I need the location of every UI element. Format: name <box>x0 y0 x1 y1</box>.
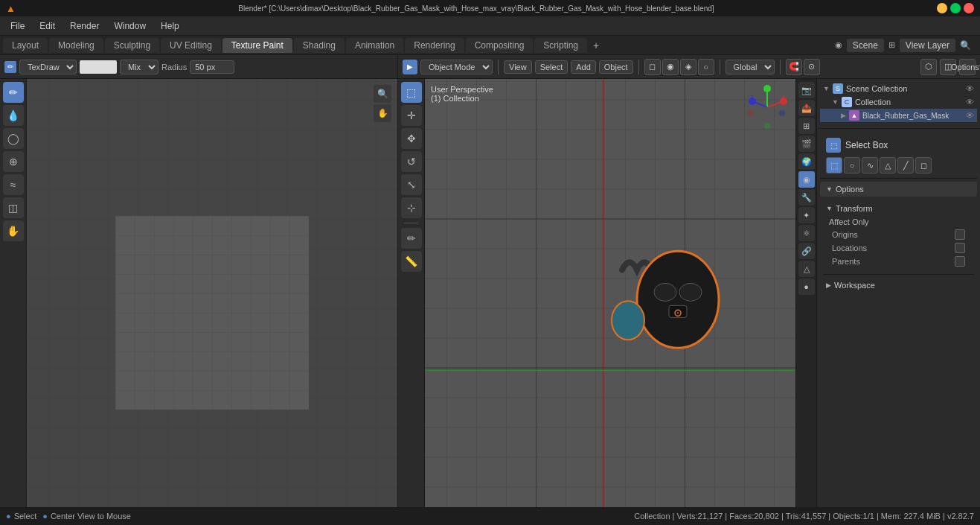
uv-pan-btn[interactable]: ✋ <box>374 104 391 122</box>
select-box-tool-btn[interactable]: ⬚ <box>401 82 422 103</box>
mask-tool-btn[interactable]: ◫ <box>3 197 24 218</box>
uv-canvas[interactable]: 🔍 ✋ <box>27 79 397 507</box>
collection-visibility[interactable]: 👁 <box>966 98 974 106</box>
search-btn[interactable]: 🔍 <box>960 40 971 51</box>
origins-checkbox[interactable] <box>955 229 965 240</box>
maximize-btn[interactable] <box>950 3 961 13</box>
render-props-icon[interactable]: 📷 <box>798 82 815 98</box>
object-props-icon[interactable]: ◉ <box>798 171 815 188</box>
scene-collection-item[interactable]: ▼ S Scene Collection 👁 <box>820 82 977 95</box>
view-layer-props-icon[interactable]: ⊞ <box>798 118 815 134</box>
close-btn[interactable] <box>964 3 974 13</box>
select-mesh-btn[interactable]: △ <box>880 157 896 174</box>
scene-collection-label: Scene Collection <box>846 84 908 93</box>
options-btn[interactable]: Options ▾ <box>959 59 976 75</box>
fill-tool-btn[interactable]: 💧 <box>3 105 24 126</box>
tab-layout[interactable]: Layout <box>3 38 48 53</box>
transform-tool-btn[interactable]: ⊹ <box>401 197 422 218</box>
output-props-icon[interactable]: 📤 <box>798 100 815 116</box>
menu-render[interactable]: Render <box>64 19 105 33</box>
particles-props-icon[interactable]: ✦ <box>798 207 815 223</box>
svg-point-20 <box>779 110 785 116</box>
locations-checkbox[interactable] <box>955 243 965 253</box>
erase-tool-btn[interactable]: ◯ <box>3 128 24 149</box>
color-preview[interactable] <box>80 60 117 74</box>
stats-text: Collection | Verts:21,127 | Faces:20,802… <box>634 512 974 521</box>
cursor-tool-btn[interactable]: ✛ <box>401 105 422 126</box>
tab-modeling[interactable]: Modeling <box>49 38 103 53</box>
object-menu-btn[interactable]: Object <box>599 60 633 74</box>
select-circle-btn[interactable]: ○ <box>844 157 860 174</box>
clone-tool-btn[interactable]: ⊕ <box>3 151 24 172</box>
grab-tool-btn[interactable]: ✋ <box>3 220 24 241</box>
scene-collection-visibility[interactable]: 👁 <box>966 84 974 93</box>
tab-animation[interactable]: Animation <box>346 38 403 53</box>
uv-nav-buttons: 🔍 ✋ <box>374 85 391 122</box>
perspective-text: User Perspective <box>431 85 493 94</box>
object-mode-selector[interactable]: Object Mode <box>420 60 493 74</box>
select-face-btn[interactable]: ◻ <box>915 157 932 174</box>
view-layer-selector[interactable]: View Layer <box>900 39 955 52</box>
section-divider-2 <box>823 274 974 275</box>
tab-texture-paint[interactable]: Texture Paint <box>222 38 292 53</box>
physics-props-icon[interactable]: ⚛ <box>798 225 815 241</box>
menu-file[interactable]: File <box>4 19 31 33</box>
overlay-btn[interactable]: ⬡ <box>920 59 937 75</box>
tab-scripting[interactable]: Scripting <box>534 38 587 53</box>
proportional-edit-btn[interactable]: ⊙ <box>804 59 820 75</box>
select-menu-btn[interactable]: Select <box>535 60 569 74</box>
uv-mode-icon: ✏ <box>4 61 16 73</box>
uv-zoom-in-btn[interactable]: 🔍 <box>374 85 391 103</box>
object-item[interactable]: ▶ ▲ Black_Rubber_Gas_Mask 👁 <box>820 109 977 122</box>
render-preview-btn[interactable]: ○ <box>698 59 714 75</box>
blend-mode-selector[interactable]: Mix <box>120 60 158 74</box>
wireframe-btn[interactable]: ◻ <box>644 59 661 75</box>
measure-tool-btn[interactable]: 📏 <box>401 251 422 272</box>
rotate-tool-btn[interactable]: ↺ <box>401 151 422 172</box>
workspace-header[interactable]: ▶ Workspace <box>823 279 974 291</box>
viewport-canvas[interactable]: User Perspective (1) Collection <box>425 79 795 507</box>
select-rect-btn[interactable]: ⬚ <box>826 157 842 174</box>
collection-arrow: ▼ <box>832 98 839 106</box>
move-tool-btn[interactable]: ✥ <box>401 128 422 149</box>
object-visibility[interactable]: 👁 <box>966 111 974 120</box>
tab-shading[interactable]: Shading <box>294 38 345 53</box>
options-header[interactable]: ▼ Options <box>820 182 977 197</box>
scene-props-icon[interactable]: 🎬 <box>798 136 815 152</box>
minimize-btn[interactable] <box>937 3 947 13</box>
view-menu-btn[interactable]: View <box>504 60 532 74</box>
draw-tool-btn[interactable]: ✏ <box>3 82 24 103</box>
radius-input[interactable] <box>190 60 234 74</box>
material-preview-btn[interactable]: ◈ <box>680 59 696 75</box>
smear-tool-btn[interactable]: ≈ <box>3 174 24 195</box>
brush-selector[interactable]: TexDraw <box>19 60 77 74</box>
constraints-props-icon[interactable]: 🔗 <box>798 243 815 259</box>
tab-rendering[interactable]: Rendering <box>405 38 464 53</box>
scene-selector[interactable]: Scene <box>847 39 884 52</box>
add-menu-btn[interactable]: Add <box>571 60 596 74</box>
tab-compositing[interactable]: Compositing <box>466 38 534 53</box>
solid-btn[interactable]: ◉ <box>662 59 679 75</box>
menu-window[interactable]: Window <box>108 19 152 33</box>
collection-item[interactable]: ▼ C Collection 👁 <box>820 95 977 109</box>
object-icon: ▲ <box>849 110 859 121</box>
snap-btn[interactable]: 🧲 <box>786 59 802 75</box>
tab-sculpting[interactable]: Sculpting <box>105 38 159 53</box>
select-edge-btn[interactable]: ╱ <box>897 157 914 174</box>
modifier-props-icon[interactable]: 🔧 <box>798 189 815 206</box>
transform-orientation-selector[interactable]: Global <box>726 60 775 74</box>
select-lasso-btn[interactable]: ∿ <box>862 157 878 174</box>
add-workspace-btn[interactable]: + <box>589 38 603 53</box>
menubar: File Edit Render Window Help <box>0 16 980 36</box>
parents-checkbox[interactable] <box>955 256 965 267</box>
tab-uv-editing[interactable]: UV Editing <box>161 38 221 53</box>
menu-help[interactable]: Help <box>155 19 185 33</box>
data-props-icon[interactable]: △ <box>798 261 815 277</box>
annotate-tool-btn[interactable]: ✏ <box>401 228 422 249</box>
material-props-icon[interactable]: ● <box>798 279 815 295</box>
options-body: ▼ Transform Affect Only Origins <box>820 197 977 297</box>
menu-edit[interactable]: Edit <box>33 19 61 33</box>
scale-tool-btn[interactable]: ⤡ <box>401 174 422 195</box>
transform-header[interactable]: ▼ Transform <box>823 203 974 214</box>
world-props-icon[interactable]: 🌍 <box>798 153 815 170</box>
